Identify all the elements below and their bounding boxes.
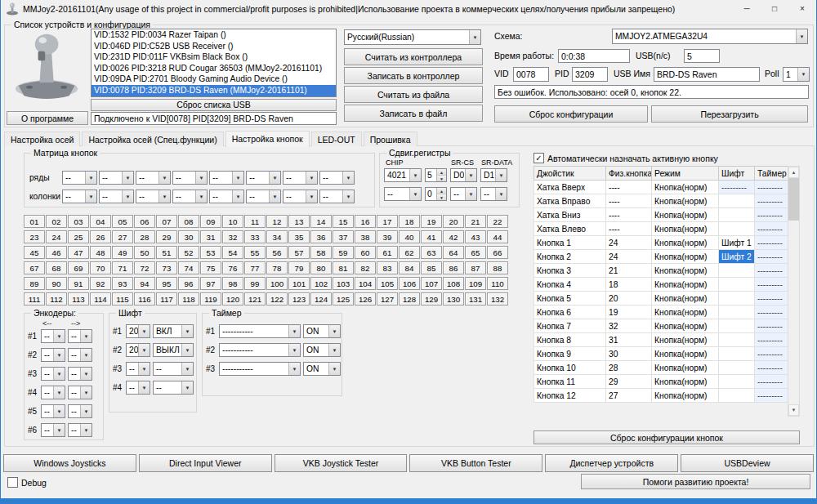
button-cell[interactable]: 05 (112, 215, 133, 228)
button-cell[interactable]: 43 (465, 230, 486, 243)
table-row[interactable]: Кнопка 1129Кнопка(норм)--------- (534, 375, 788, 389)
timer-mode-select[interactable]: ON▼ (303, 362, 341, 376)
encoder-cw-select[interactable]: --▼ (68, 386, 92, 399)
matrix-col-select[interactable]: --▼ (246, 190, 281, 203)
language-select[interactable]: Русский(Russian) ▼ (344, 29, 481, 45)
button-cell[interactable]: 69 (68, 261, 89, 274)
button-cell[interactable]: 67 (24, 261, 45, 274)
maximize-button[interactable]: □ (761, 0, 788, 17)
button-cell[interactable]: 18 (399, 215, 420, 228)
shift-cell[interactable] (719, 361, 755, 375)
button-cell[interactable]: 61 (377, 246, 398, 259)
button-cell[interactable]: 20 (443, 215, 464, 228)
debug-checkbox[interactable]: Debug (7, 477, 47, 488)
encoder-cw-select[interactable]: --▼ (68, 404, 92, 418)
button-cell[interactable]: 42 (443, 230, 464, 243)
vid-field[interactable]: 0078 (513, 67, 549, 82)
column-header[interactable]: Джойстик (534, 167, 606, 181)
table-row[interactable]: Кнопка 1028Кнопка(норм)--------- (534, 361, 788, 375)
button-cell[interactable]: 109 (465, 277, 486, 290)
phys-button-cell[interactable]: ---- (606, 208, 652, 222)
phys-button-cell[interactable]: 18 (606, 278, 652, 292)
button-cell[interactable]: 106 (399, 277, 420, 290)
button-cell[interactable]: 123 (288, 292, 310, 306)
shift-cell[interactable] (719, 222, 755, 236)
button-cell[interactable]: 108 (443, 277, 464, 290)
bottom-tool-button-0[interactable]: Windows Joysticks (3, 454, 136, 472)
joystick-cell[interactable]: Кнопка 9 (534, 347, 606, 361)
table-row[interactable]: Кнопка 520Кнопка(норм)--------- (534, 292, 788, 306)
matrix-col-select[interactable]: --▼ (62, 190, 97, 203)
button-cell[interactable]: 40 (399, 230, 420, 243)
phys-button-cell[interactable]: ---- (606, 181, 652, 194)
button-cell[interactable]: 63 (421, 246, 442, 259)
button-cell[interactable]: 60 (355, 246, 376, 259)
button-cell[interactable]: 09 (200, 215, 221, 228)
shift-button-select[interactable]: 20▼ (126, 343, 150, 357)
table-row[interactable]: Кнопка 831Кнопка(норм)--------- (534, 333, 788, 347)
button-cell[interactable]: 16 (355, 215, 376, 228)
button-cell[interactable]: 12 (266, 215, 288, 228)
write-to-controller-button[interactable]: Записать в контроллер (344, 67, 483, 84)
button-cell[interactable]: 31 (200, 230, 221, 243)
encoder-cw-select[interactable]: --▼ (68, 423, 92, 437)
device-list-item[interactable]: VID:046D PID:C52B USB Receiver () (92, 41, 336, 52)
shift-mode-select[interactable]: ВЫКЛ▼ (153, 343, 194, 357)
table-row[interactable]: Хатка Вправо----Кнопка(норм)--------- (534, 194, 788, 208)
button-cell[interactable]: 30 (178, 230, 199, 243)
timer-cell[interactable]: --------- (755, 236, 788, 250)
read-from-file-button[interactable]: Считать из файла (344, 86, 483, 103)
button-cell[interactable]: 54 (222, 246, 243, 259)
button-cell[interactable]: 15 (333, 215, 354, 228)
button-cell[interactable]: 87 (465, 261, 486, 274)
timer-cell[interactable]: --------- (755, 278, 788, 292)
matrix-col-select[interactable]: --▼ (209, 190, 244, 203)
tab-2[interactable]: Настройка кнопок (225, 131, 310, 147)
tab-0[interactable]: Настройка осей (4, 132, 80, 146)
phys-button-cell[interactable]: 27 (606, 389, 652, 403)
close-button[interactable]: × (788, 0, 816, 17)
shift-cell[interactable] (719, 208, 755, 222)
column-header[interactable]: Режим (652, 167, 719, 181)
phys-button-cell[interactable]: ---- (606, 194, 652, 208)
mode-cell[interactable]: Кнопка(норм) (652, 222, 719, 236)
scroll-up-icon[interactable]: ▲ (788, 167, 799, 178)
button-cell[interactable]: 95 (156, 277, 177, 290)
button-cell[interactable]: 126 (355, 292, 376, 306)
button-cell[interactable]: 82 (355, 261, 376, 274)
timer-cell[interactable]: --------- (755, 319, 788, 333)
button-cell[interactable]: 86 (443, 261, 464, 274)
joystick-cell[interactable]: Кнопка 12 (534, 389, 606, 403)
mode-cell[interactable]: Кнопка(норм) (652, 194, 719, 208)
shift-button-select[interactable]: 20▼ (126, 324, 150, 338)
shift-button-select[interactable]: --▼ (126, 381, 150, 395)
bottom-tool-button-1[interactable]: Direct Input Viewer (139, 454, 272, 472)
bottom-tool-button-3[interactable]: VKB Button Tester (409, 454, 542, 472)
button-cell[interactable]: 91 (68, 277, 89, 290)
timer-cell[interactable]: --------- (755, 292, 788, 306)
button-cell[interactable]: 50 (134, 246, 155, 259)
button-cell[interactable]: 32 (222, 230, 243, 243)
button-cell[interactable]: 06 (134, 215, 155, 228)
timer-cell[interactable]: --------- (755, 194, 788, 208)
button-cell[interactable]: 03 (68, 215, 89, 228)
phys-button-cell[interactable]: 19 (606, 306, 652, 319)
timer-mode-select[interactable]: ON▼ (303, 343, 341, 357)
button-cell[interactable]: 103 (333, 277, 354, 290)
button-cell[interactable]: 88 (487, 261, 508, 274)
encoder-ccw-select[interactable]: --▼ (41, 329, 65, 343)
button-cell[interactable]: 29 (156, 230, 177, 243)
button-cell[interactable]: 84 (399, 261, 420, 274)
button-cell[interactable]: 128 (399, 292, 420, 306)
button-cell[interactable]: 116 (134, 292, 155, 306)
button-cell[interactable]: 98 (222, 277, 243, 290)
about-button[interactable]: О программе (7, 111, 88, 125)
timer-cell[interactable]: --------- (755, 333, 788, 347)
button-cell[interactable]: 77 (244, 261, 266, 274)
button-cell[interactable]: 80 (310, 261, 332, 274)
matrix-col-select[interactable]: --▼ (99, 190, 134, 203)
spinner-down-icon[interactable]: ▼ (437, 194, 446, 200)
help-project-button[interactable]: Помоги развитию проекта! (581, 474, 810, 489)
timer-value-select[interactable]: -----------▼ (219, 362, 301, 376)
bottom-tool-button-4[interactable]: Диспетчер устройств (545, 454, 678, 472)
